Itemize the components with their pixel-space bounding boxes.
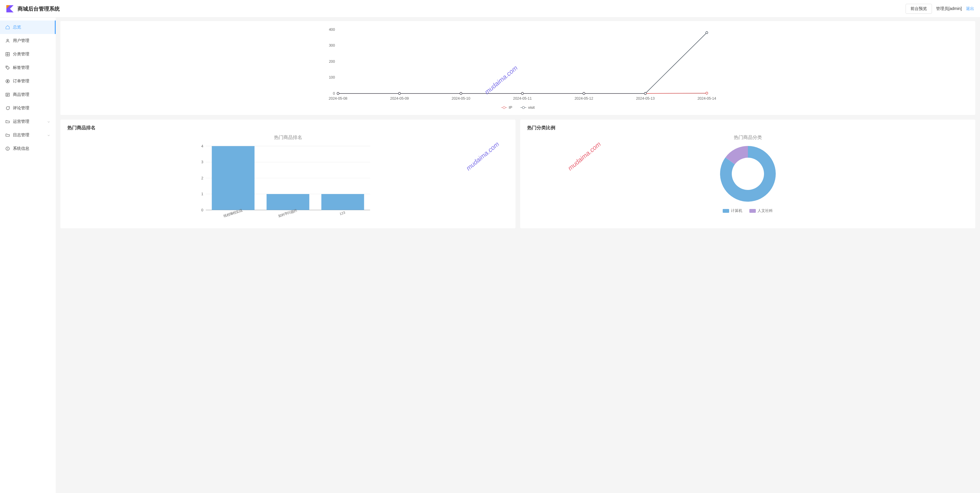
svg-point-42 — [460, 92, 462, 94]
preview-button[interactable]: 前台预览 — [905, 4, 932, 14]
svg-text:100: 100 — [329, 75, 335, 80]
sidebar-item-orders[interactable]: 订单管理 — [0, 75, 56, 88]
app-title: 商城后台管理系统 — [18, 5, 60, 12]
svg-point-46 — [706, 32, 708, 34]
sidebar-item-label: 运营管理 — [13, 119, 44, 124]
legend-marker-icon — [501, 106, 507, 109]
sidebar-item-comments[interactable]: 评论管理 — [0, 102, 56, 115]
svg-text:2024-05-14: 2024-05-14 — [697, 96, 716, 100]
svg-point-12 — [8, 148, 8, 148]
svg-text:2024-05-13: 2024-05-13 — [636, 96, 655, 100]
legend-label: 人文社科 — [757, 208, 773, 213]
svg-point-0 — [7, 39, 8, 41]
legend-swatch-icon — [723, 209, 729, 213]
user-icon — [5, 38, 10, 43]
folder-icon — [5, 133, 10, 137]
legend-item[interactable]: 人文社科 — [749, 208, 773, 213]
svg-text:2024-05-08: 2024-05-08 — [329, 96, 348, 100]
admin-label: 管理员[admin] — [936, 6, 962, 11]
dollar-icon — [5, 79, 10, 84]
svg-point-44 — [583, 92, 585, 94]
sidebar-item-label: 商品管理 — [13, 92, 50, 97]
svg-rect-60 — [267, 194, 309, 210]
tag-icon — [5, 65, 10, 70]
grid-icon — [5, 52, 10, 57]
svg-text:2024-05-09: 2024-05-09 — [390, 96, 409, 100]
svg-rect-58 — [212, 146, 255, 210]
sidebar-item-label: 总览 — [13, 25, 50, 30]
sidebar-item-logs[interactable]: 日志管理 — [0, 128, 56, 142]
sidebar-item-products[interactable]: 商品管理 — [0, 88, 56, 102]
info-icon — [5, 146, 10, 151]
pie-chart-title: 热门商品分类 — [527, 135, 968, 141]
svg-text:2024-05-12: 2024-05-12 — [574, 96, 593, 100]
sidebar-item-categories[interactable]: 分类管理 — [0, 48, 56, 61]
sidebar: 总览用户管理分类管理标签管理订单管理商品管理评论管理运营管理日志管理系统信息 — [0, 17, 56, 493]
hot-categories-card: 热门分类比例 热门商品分类 计算机人文社科 — [520, 119, 975, 228]
svg-point-41 — [398, 92, 400, 94]
legend-marker-icon — [520, 106, 527, 109]
svg-point-39 — [706, 92, 708, 94]
svg-text:1: 1 — [201, 192, 204, 196]
app-logo-icon — [6, 5, 14, 13]
svg-text:300: 300 — [329, 43, 335, 48]
chat-icon — [5, 106, 10, 110]
svg-text:123: 123 — [339, 211, 345, 216]
legend-item[interactable]: visit — [520, 105, 535, 110]
svg-text:2: 2 — [201, 176, 204, 180]
hot-categories-pie-chart — [714, 143, 781, 205]
svg-rect-62 — [321, 194, 364, 210]
chevron-down-icon — [47, 134, 50, 137]
legend-label: 计算机 — [731, 208, 742, 213]
sidebar-item-system[interactable]: 系统信息 — [0, 142, 56, 155]
sidebar-item-label: 标签管理 — [13, 65, 50, 70]
header: 商城后台管理系统 前台预览 管理员[admin] 退出 — [0, 0, 980, 17]
hot-products-bar-chart: 01234线程编程实战如科学问题的123 — [67, 143, 509, 222]
sidebar-item-label: 系统信息 — [13, 146, 50, 151]
header-right: 前台预览 管理员[admin] 退出 — [905, 4, 974, 14]
legend-item[interactable]: 计算机 — [723, 208, 742, 213]
svg-text:4: 4 — [201, 144, 204, 148]
visits-line-chart: 01002003004002024-05-082024-05-092024-05… — [67, 26, 968, 103]
svg-point-43 — [521, 92, 523, 94]
sidebar-item-tags[interactable]: 标签管理 — [0, 61, 56, 75]
svg-point-40 — [337, 92, 339, 94]
sidebar-item-overview[interactable]: 总览 — [0, 21, 56, 34]
svg-point-45 — [644, 92, 646, 94]
svg-text:0: 0 — [333, 91, 335, 95]
folder-icon — [5, 119, 10, 124]
home-icon — [5, 25, 10, 30]
hot-products-card: 热门商品排名 热门商品排名 01234线程编程实战如科学问题的123 — [60, 119, 515, 228]
sidebar-item-users[interactable]: 用户管理 — [0, 34, 56, 48]
visits-chart-card: 01002003004002024-05-082024-05-092024-05… — [60, 21, 975, 115]
list-icon — [5, 92, 10, 97]
svg-point-4 — [6, 67, 7, 67]
svg-text:3: 3 — [201, 160, 204, 164]
main-content: mudaima.com mudaima.com mudaima.com 0100… — [56, 17, 980, 493]
sidebar-item-operations[interactable]: 运营管理 — [0, 115, 56, 128]
legend-swatch-icon — [749, 209, 756, 213]
line-chart-legend: IPvisit — [67, 105, 968, 110]
sidebar-item-label: 分类管理 — [13, 52, 50, 57]
svg-text:2024-05-11: 2024-05-11 — [513, 96, 532, 100]
legend-label: visit — [528, 105, 535, 110]
pie-chart-legend: 计算机人文社科 — [723, 208, 773, 213]
hot-products-title: 热门商品排名 — [67, 125, 509, 131]
chevron-down-icon — [47, 120, 50, 123]
sidebar-item-label: 用户管理 — [13, 38, 50, 43]
sidebar-item-label: 订单管理 — [13, 78, 50, 84]
svg-text:0: 0 — [201, 208, 204, 212]
bar-chart-title: 热门商品排名 — [67, 135, 509, 141]
svg-text:200: 200 — [329, 59, 335, 64]
legend-label: IP — [509, 105, 512, 110]
legend-item[interactable]: IP — [501, 105, 512, 110]
logout-link[interactable]: 退出 — [966, 6, 974, 11]
svg-text:400: 400 — [329, 27, 335, 32]
svg-text:2024-05-10: 2024-05-10 — [452, 96, 470, 100]
header-left: 商城后台管理系统 — [6, 5, 60, 13]
sidebar-item-label: 评论管理 — [13, 105, 50, 111]
sidebar-item-label: 日志管理 — [13, 132, 44, 138]
hot-categories-title: 热门分类比例 — [527, 125, 968, 131]
